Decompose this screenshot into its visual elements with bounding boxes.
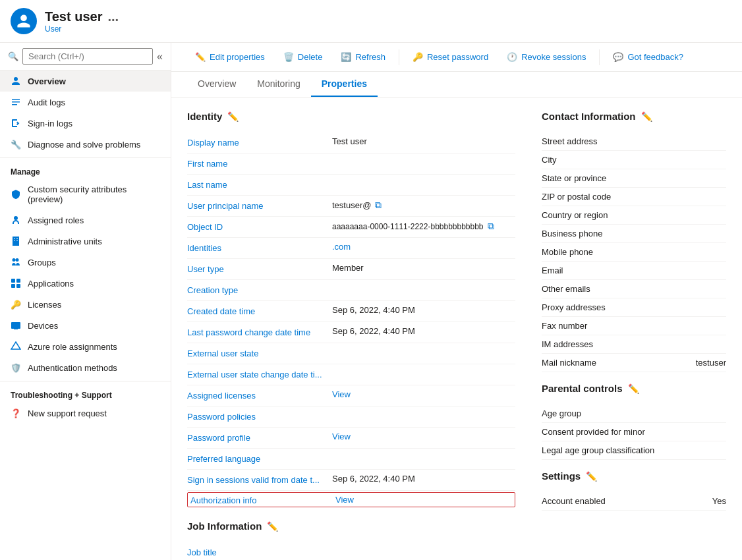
field-label: Identities	[187, 242, 332, 253]
field-label: Last password change date time	[187, 326, 332, 337]
svg-rect-3	[11, 279, 15, 283]
collapse-icon[interactable]: «	[157, 51, 163, 63]
sidebar-search-container: 🔍 «	[0, 43, 171, 70]
settings-edit-icon[interactable]: ✏️	[586, 471, 597, 482]
properties-left: Identity ✏️ Display name Test user First…	[187, 111, 515, 560]
view-link[interactable]: View	[332, 389, 351, 399]
sidebar-item-label: Custom security attributes (preview)	[28, 184, 160, 204]
auth-icon: 🛡️	[11, 362, 21, 373]
key-icon: 🔑	[413, 52, 423, 62]
field-label: Legal age group classification	[542, 445, 726, 455]
field-value: View	[332, 389, 515, 399]
field-consent-minor: Consent provided for minor	[542, 423, 726, 441]
sidebar-item-licenses[interactable]: 🔑 Licenses	[0, 294, 171, 315]
field-pw-policies: Password policies	[187, 406, 515, 428]
group-icon	[11, 257, 21, 267]
tab-overview[interactable]: Overview	[187, 72, 246, 97]
svg-rect-4	[16, 279, 20, 283]
edit-properties-button[interactable]: ✏️ Edit properties	[187, 48, 273, 66]
upn-value: testuser@	[332, 200, 371, 210]
page-subtitle: User	[45, 24, 731, 34]
field-city: City	[542, 151, 726, 169]
field-fax: Fax number	[542, 317, 726, 335]
search-input[interactable]	[22, 48, 153, 65]
sidebar-item-signin-logs[interactable]: Sign-in logs	[0, 113, 171, 134]
field-label: User type	[187, 263, 332, 274]
reset-password-button[interactable]: 🔑 Reset password	[405, 48, 496, 66]
edit-label: Edit properties	[210, 52, 265, 62]
sidebar-item-custom-security[interactable]: Custom security attributes (preview)	[0, 179, 171, 210]
more-options-icon[interactable]: ...	[107, 9, 119, 24]
sidebar-item-label: Licenses	[28, 300, 61, 310]
search-icon: 🔍	[8, 51, 18, 61]
revoke-sessions-label: Revoke sessions	[521, 52, 586, 62]
field-display-name: Display name Test user	[187, 132, 515, 154]
sidebar-item-devices[interactable]: Devices	[0, 315, 171, 336]
sidebar-item-overview[interactable]: Overview	[0, 70, 171, 92]
key-icon: 🔑	[11, 299, 21, 310]
svg-rect-1	[12, 101, 20, 103]
tab-properties[interactable]: Properties	[311, 72, 378, 97]
identity-edit-icon[interactable]: ✏️	[227, 111, 239, 122]
field-label: Object ID	[187, 221, 332, 232]
sidebar-item-assigned-roles[interactable]: Assigned roles	[0, 210, 171, 231]
settings-title-text: Settings	[542, 470, 581, 482]
field-label: User principal name	[187, 200, 332, 211]
job-edit-icon[interactable]: ✏️	[267, 521, 278, 532]
title-text: Test user	[45, 9, 102, 24]
field-label: Country or region	[542, 210, 726, 220]
field-label: Created date time	[187, 305, 332, 316]
settings-section-title: Settings ✏️	[542, 470, 726, 482]
field-label: Password policies	[187, 410, 332, 422]
field-first-name: First name	[187, 154, 515, 175]
field-label: Job title	[187, 546, 332, 557]
refresh-button[interactable]: 🔄 Refresh	[333, 48, 393, 66]
field-zip: ZIP or postal code	[542, 188, 726, 206]
field-label: Consent provided for minor	[542, 427, 726, 437]
svg-rect-0	[12, 99, 20, 100]
feedback-button[interactable]: 💬 Got feedback?	[605, 48, 691, 66]
copy-icon[interactable]: ⧉	[375, 200, 382, 211]
signin-icon	[11, 118, 21, 128]
svg-rect-7	[11, 322, 20, 329]
sidebar-item-support[interactable]: ❓ New support request	[0, 403, 171, 424]
field-other-emails: Other emails	[542, 280, 726, 298]
field-user-type: User type Member	[187, 259, 515, 280]
support-icon: ❓	[11, 408, 21, 418]
field-label: City	[542, 155, 726, 165]
field-label: Last name	[187, 179, 332, 190]
field-label: Assigned licenses	[187, 389, 332, 401]
clock-icon: 🕐	[507, 52, 517, 62]
sidebar-item-label: Diagnose and solve problems	[28, 140, 140, 150]
feedback-label: Got feedback?	[627, 52, 683, 62]
sidebar-item-admin-units[interactable]: Administrative units	[0, 231, 171, 252]
refresh-icon: 🔄	[341, 52, 351, 62]
contact-info-section-title: Contact Information ✏️	[542, 111, 726, 122]
copy-icon[interactable]: ⧉	[488, 221, 494, 232]
parental-edit-icon[interactable]: ✏️	[628, 383, 639, 394]
revoke-sessions-button[interactable]: 🕐 Revoke sessions	[499, 48, 594, 66]
toolbar-separator-1	[399, 49, 399, 65]
sidebar-item-groups[interactable]: Groups	[0, 252, 171, 273]
sidebar-item-applications[interactable]: Applications	[0, 273, 171, 294]
sidebar-item-audit-logs[interactable]: Audit logs	[0, 92, 171, 113]
sidebar-item-azure-roles[interactable]: Azure role assignments	[0, 336, 171, 357]
roles-icon	[11, 215, 21, 225]
sidebar-item-auth-methods[interactable]: 🛡️ Authentication methods	[0, 357, 171, 378]
identities-value: .com	[332, 242, 351, 252]
field-authorization-info: Authorization info View	[187, 492, 515, 507]
field-im: IM addresses	[542, 335, 726, 354]
delete-button[interactable]: 🗑️ Delete	[275, 48, 331, 66]
view-link[interactable]: View	[335, 495, 354, 505]
sidebar-item-diagnose[interactable]: 🔧 Diagnose and solve problems	[0, 134, 171, 155]
field-last-name: Last name	[187, 175, 515, 196]
field-creation-type: Creation type	[187, 280, 515, 301]
field-label: Other emails	[542, 284, 726, 294]
tab-monitoring[interactable]: Monitoring	[246, 72, 310, 97]
field-value: View	[332, 432, 515, 441]
contact-edit-icon[interactable]: ✏️	[641, 111, 652, 122]
view-link[interactable]: View	[332, 432, 351, 441]
field-street: Street address	[542, 132, 726, 151]
field-label: Proxy addresses	[542, 302, 726, 312]
shield-icon	[11, 189, 21, 200]
